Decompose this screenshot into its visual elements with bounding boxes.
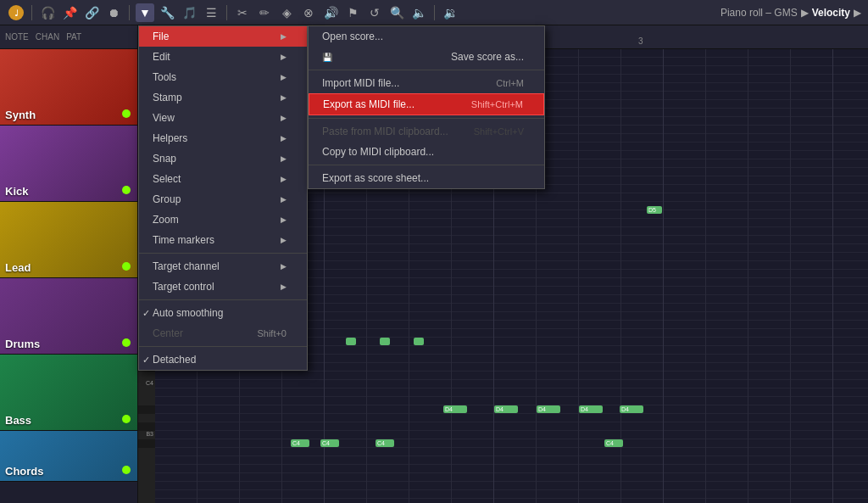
- submenu-target-control[interactable]: Target control: [139, 277, 307, 297]
- submenu-stamp[interactable]: Stamp: [139, 87, 307, 108]
- submenu-file-label: File: [153, 31, 169, 42]
- submenu-select[interactable]: Select: [139, 169, 307, 189]
- submenu-group-label: Group: [153, 193, 181, 205]
- file-submenu: Open score... 💾 Save score as... Import …: [308, 25, 545, 189]
- copy-midi-label: Copy to MIDI clipboard...: [322, 146, 434, 158]
- submenu-snap-label: Snap: [153, 153, 176, 165]
- submenu-snap[interactable]: Snap: [139, 148, 307, 169]
- save-as-icon: 💾: [322, 53, 332, 62]
- export-score-label: Export as score sheet...: [322, 172, 429, 184]
- file-sep-1: [309, 70, 544, 70]
- submenu-zoom[interactable]: Zoom: [139, 210, 307, 230]
- submenu-stamp-label: Stamp: [153, 92, 182, 103]
- submenu-select-label: Select: [153, 173, 181, 185]
- file-sep-2: [309, 118, 544, 119]
- paste-midi-shortcut: Shift+Ctrl+V: [474, 126, 524, 137]
- open-score-label: Open score...: [322, 31, 383, 42]
- menu-paste-midi: Paste from MIDI clipboard... Shift+Ctrl+…: [309, 121, 544, 142]
- submenu-target-channel[interactable]: Target channel: [139, 256, 307, 277]
- submenu-target-control-label: Target control: [153, 281, 214, 293]
- submenu-helpers-label: Helpers: [153, 132, 187, 144]
- menu-export-score-sheet[interactable]: Export as score sheet...: [309, 168, 544, 188]
- submenu-tools-label: Tools: [153, 71, 176, 83]
- menu-save-score-as[interactable]: 💾 Save score as...: [309, 47, 544, 67]
- submenu-view[interactable]: View: [139, 108, 307, 128]
- dropdown-overlay: File Edit Tools Stamp View Helpers Snap …: [0, 0, 868, 503]
- submenu-detached-label: Detached: [153, 354, 196, 366]
- submenu-file[interactable]: File: [139, 26, 307, 47]
- sep-1: [139, 253, 307, 254]
- submenu-group[interactable]: Group: [139, 189, 307, 210]
- menu-export-midi[interactable]: Export as MIDI file... Shift+Ctrl+M: [309, 93, 544, 115]
- submenu-time-markers-label: Time markers: [153, 234, 214, 246]
- left-submenu-panel: File Edit Tools Stamp View Helpers Snap …: [138, 25, 308, 371]
- submenu-center: Center Shift+0: [139, 323, 307, 344]
- save-score-as-label: Save score as...: [451, 51, 524, 63]
- submenu-auto-smoothing[interactable]: Auto smoothing: [139, 303, 307, 323]
- sep-3: [139, 346, 307, 347]
- submenu-edit-label: Edit: [153, 51, 170, 63]
- submenu-center-label: Center: [153, 327, 183, 339]
- submenu-time-markers[interactable]: Time markers: [139, 230, 307, 250]
- import-midi-shortcut: Ctrl+M: [496, 78, 524, 88]
- menu-copy-midi[interactable]: Copy to MIDI clipboard...: [309, 142, 544, 162]
- submenu-detached[interactable]: Detached: [139, 349, 307, 370]
- menu-import-midi[interactable]: Import MIDI file... Ctrl+M: [309, 73, 544, 93]
- submenu-zoom-label: Zoom: [153, 214, 179, 226]
- submenu-target-channel-label: Target channel: [153, 260, 220, 272]
- submenu-helpers[interactable]: Helpers: [139, 128, 307, 148]
- submenu-view-label: View: [153, 112, 175, 124]
- sep-2: [139, 299, 307, 300]
- menu-open-score[interactable]: Open score...: [309, 26, 544, 47]
- import-midi-label: Import MIDI file...: [322, 77, 399, 89]
- paste-midi-label: Paste from MIDI clipboard...: [322, 126, 448, 137]
- submenu-center-shortcut: Shift+0: [257, 328, 287, 338]
- submenu-tools[interactable]: Tools: [139, 67, 307, 87]
- submenu-auto-smoothing-label: Auto smoothing: [153, 307, 223, 319]
- submenu-edit[interactable]: Edit: [139, 47, 307, 67]
- export-midi-shortcut: Shift+Ctrl+M: [471, 99, 523, 109]
- file-sep-3: [309, 165, 544, 165]
- export-midi-label: Export as MIDI file...: [323, 98, 415, 110]
